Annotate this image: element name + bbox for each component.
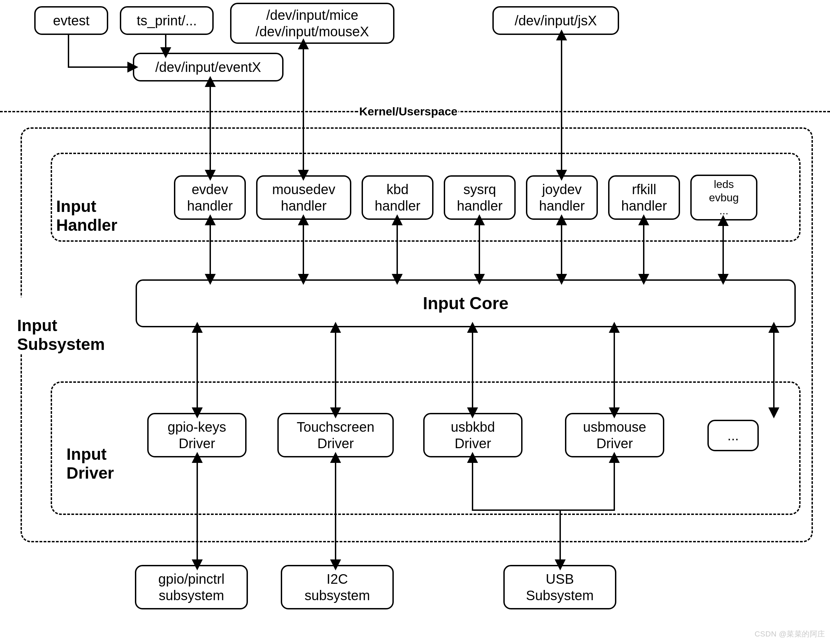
text-tsprint: ts_print/... (136, 12, 197, 29)
node-dev-mice: /dev/input/mice /dev/input/mouseX (230, 3, 394, 44)
label-input-subsystem: Input Subsystem (16, 297, 106, 354)
text-gpio-sub: gpio/pinctrl subsystem (158, 571, 224, 604)
node-sysrq-handler: sysrq handler (444, 175, 516, 220)
text-driver-etc: ... (727, 427, 738, 444)
text-misc: leds evbug ... (709, 178, 738, 217)
node-touchscreen-driver: Touchscreen Driver (277, 413, 394, 457)
label-input-handler: Input Handler (55, 178, 119, 235)
node-tsprint: ts_print/... (120, 6, 214, 35)
node-mousedev-handler: mousedev handler (256, 175, 351, 220)
node-evtest: evtest (34, 6, 108, 35)
text-input-core: Input Core (423, 293, 508, 313)
node-gpio-subsystem: gpio/pinctrl subsystem (135, 565, 248, 609)
text-evdev: evdev handler (187, 181, 233, 214)
text-usb-sub: USB Subsystem (526, 571, 594, 604)
text-dev-eventx: /dev/input/eventX (155, 59, 261, 75)
node-kbd-handler: kbd handler (361, 175, 434, 220)
text-i2c-sub: I2C subsystem (304, 571, 370, 604)
node-dev-jsx: /dev/input/jsX (493, 6, 619, 35)
node-usb-subsystem: USB Subsystem (503, 565, 616, 609)
text-input-driver: Input Driver (67, 445, 114, 482)
watermark: CSDN @菜菜的阿庄 (755, 629, 825, 639)
node-usbkbd-driver: usbkbd Driver (423, 413, 523, 457)
watermark-text: CSDN @菜菜的阿庄 (755, 630, 825, 638)
text-kbd: kbd handler (375, 181, 420, 214)
boundary-label: Kernel/Userspace (358, 105, 458, 118)
text-usbkbd: usbkbd Driver (451, 419, 495, 452)
text-input-handler: Input Handler (56, 197, 117, 234)
node-dev-eventx: /dev/input/eventX (133, 53, 284, 81)
text-input-subsystem: Input Subsystem (17, 316, 105, 353)
text-boundary: Kernel/Userspace (359, 105, 458, 118)
node-driver-etc: ... (707, 420, 759, 451)
text-gpiokeys: gpio-keys Driver (168, 419, 226, 452)
node-usbmouse-driver: usbmouse Driver (565, 413, 664, 457)
diagram-canvas: evtest ts_print/... /dev/input/eventX /d… (0, 0, 830, 644)
node-joydev-handler: joydev handler (526, 175, 598, 220)
text-sysrq: sysrq handler (457, 181, 502, 214)
text-dev-jsx: /dev/input/jsX (515, 12, 597, 29)
node-rfkill-handler: rfkill handler (608, 175, 680, 220)
text-touchscreen: Touchscreen Driver (297, 419, 375, 452)
text-joydev: joydev handler (539, 181, 584, 214)
boundary-line-left (0, 111, 358, 112)
text-dev-mice: /dev/input/mice /dev/input/mouseX (255, 7, 369, 40)
text-evtest: evtest (53, 12, 90, 29)
text-rfkill: rfkill handler (621, 181, 667, 214)
node-misc-handlers: leds evbug ... (690, 175, 757, 220)
text-mousedev: mousedev handler (272, 181, 336, 214)
node-input-core: Input Core (136, 279, 796, 327)
node-gpiokeys-driver: gpio-keys Driver (147, 413, 247, 457)
label-input-driver: Input Driver (65, 426, 116, 483)
node-evdev-handler: evdev handler (174, 175, 246, 220)
text-usbmouse: usbmouse Driver (583, 419, 646, 452)
node-i2c-subsystem: I2C subsystem (281, 565, 394, 609)
